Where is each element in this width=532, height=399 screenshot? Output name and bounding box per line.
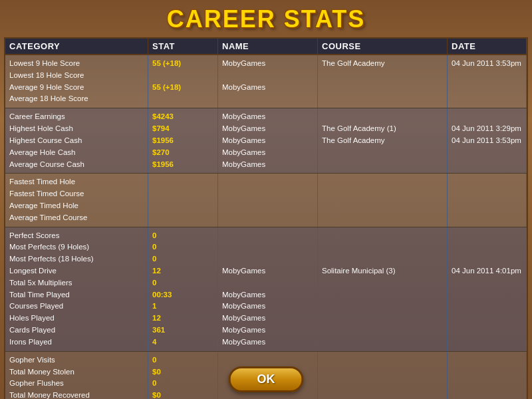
course-cell [318, 174, 448, 226]
category-cell: Lowest 9 Hole ScoreLowest 18 Hole ScoreA… [5, 55, 148, 108]
course-cell: The Golf Academy (1)The Golf Academy [318, 108, 448, 173]
course-cell: The Golf Academy [318, 55, 448, 108]
table-row: Lowest 9 Hole ScoreLowest 18 Hole ScoreA… [5, 55, 527, 108]
name-cell: MobyGamesMobyGamesMobyGamesMobyGamesMoby… [218, 227, 318, 351]
col-name: NAME [218, 39, 318, 54]
stat-cell: 0 $0 0 $0 266.03yds [148, 352, 218, 399]
category-cell: Gopher VisitsTotal Money StolenGopher Fl… [5, 352, 148, 399]
col-stat: STAT [148, 39, 218, 54]
table-row: Fastest Timed HoleFastest Timed CourseAv… [5, 174, 527, 227]
name-cell [218, 174, 318, 226]
name-cell: MobyGamesMobyGamesMobyGamesMobyGamesMoby… [218, 108, 318, 173]
course-cell [318, 352, 448, 399]
col-course: COURSE [318, 39, 448, 54]
stat-cell: $4243 $794 $1956 $270 $1956 [148, 108, 218, 173]
category-cell: Perfect ScoresMost Perfects (9 Holes)Mos… [5, 227, 148, 351]
date-cell: 04 Jun 2011 3:53pm [448, 55, 527, 108]
ok-button[interactable]: OK [229, 366, 304, 392]
date-cell: 04 Jun 2011 3:29pm04 Jun 2011 3:53pm [448, 108, 527, 173]
table-row: Career EarningsHighest Hole CashHighest … [5, 108, 527, 174]
date-cell [448, 352, 527, 399]
stat-cell: 55 (+18) 55 (+18) [148, 55, 218, 108]
date-cell: 04 Jun 2011 4:01pm [448, 227, 527, 351]
table-header: CATEGORY STAT NAME COURSE DATE [5, 39, 527, 55]
table-row: Perfect ScoresMost Perfects (9 Holes)Mos… [5, 227, 527, 352]
page-title: CAREER STATS [0, 0, 532, 37]
name-cell: MobyGamesMobyGames [218, 55, 318, 108]
stat-cell: 0 0 0 12 0 00:33 1 12 361 4 [148, 227, 218, 351]
category-cell: Fastest Timed HoleFastest Timed CourseAv… [5, 174, 148, 226]
ok-button-container: OK [229, 366, 304, 392]
col-date: DATE [448, 39, 527, 54]
stats-table: CATEGORY STAT NAME COURSE DATE Lowest 9 … [4, 37, 528, 399]
stat-cell [148, 174, 218, 226]
date-cell [448, 174, 527, 226]
course-cell: Solitaire Municipal (3) [318, 227, 448, 351]
category-cell: Career EarningsHighest Hole CashHighest … [5, 108, 148, 173]
col-category: CATEGORY [5, 39, 148, 54]
